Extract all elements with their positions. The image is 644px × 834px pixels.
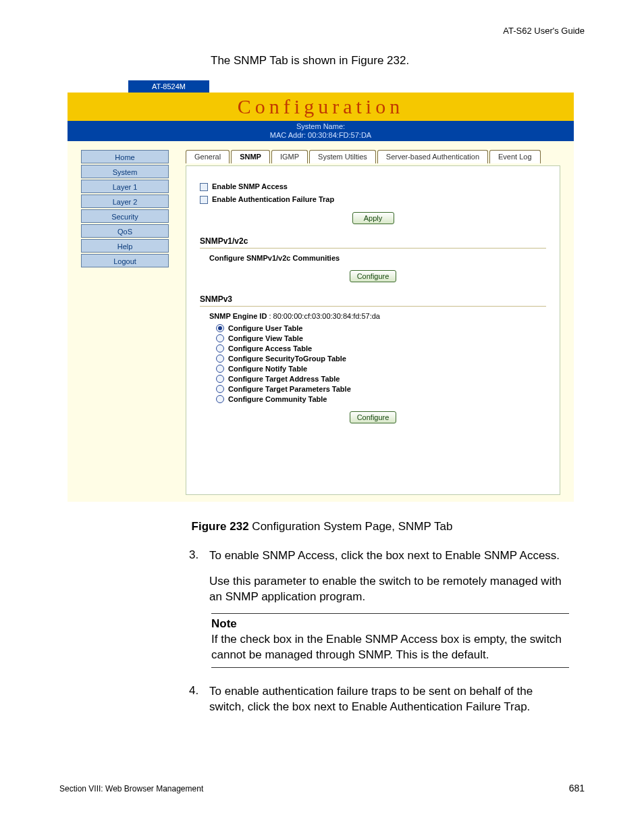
nav-layer1[interactable]: Layer 1 <box>81 180 169 193</box>
model-label: AT-8524M <box>128 80 209 93</box>
radio-icon[interactable] <box>216 324 224 332</box>
side-nav: Home System Layer 1 Layer 2 Security QoS… <box>81 150 169 269</box>
nav-logout[interactable]: Logout <box>81 254 169 267</box>
nav-security[interactable]: Security <box>81 209 169 223</box>
radio-icon[interactable] <box>216 334 224 342</box>
enable-auth-trap-label: Enable Authentication Failure Trap <box>212 195 334 203</box>
nav-system[interactable]: System <box>81 165 169 178</box>
figure-caption: Figure 232 Configuration System Page, SN… <box>0 520 644 533</box>
radio-icon[interactable] <box>216 375 224 383</box>
footer-page-number: 681 <box>569 783 585 793</box>
figure-text: Configuration System Page, SNMP Tab <box>249 520 453 533</box>
tab-system-utilities[interactable]: System Utilties <box>309 150 376 163</box>
enable-snmp-label: Enable SNMP Access <box>212 182 288 190</box>
radio-notify-table[interactable]: Configure Notify Table <box>216 365 546 373</box>
radio-icon[interactable] <box>216 365 224 373</box>
apply-button[interactable]: Apply <box>352 212 394 224</box>
page-title: Configuration <box>68 93 574 121</box>
radio-security-group[interactable]: Configure SecurityToGroup Table <box>216 355 546 363</box>
main-panel: Enable SNMP Access Enable Authentication… <box>186 165 560 495</box>
radio-label: Configure Access Table <box>228 344 312 353</box>
enable-snmp-row: Enable SNMP Access <box>200 182 546 191</box>
radio-label: Configure View Table <box>228 334 303 342</box>
enable-snmp-checkbox[interactable] <box>200 183 208 191</box>
embedded-screenshot: AT-8524M Configuration System Name: MAC … <box>68 78 574 502</box>
radio-label: Configure Community Table <box>228 395 327 403</box>
step4-number: 4. <box>189 684 198 698</box>
intro-text: The SNMP Tab is shown in Figure 232. <box>211 54 409 68</box>
mac-address-label: MAC Addr: 00:30:84:FD:57:DA <box>68 131 574 140</box>
snmpv1-sublabel: Configure SNMPv1/v2c Communities <box>209 254 546 262</box>
radio-user-table[interactable]: Configure User Table <box>216 324 546 332</box>
radio-icon[interactable] <box>216 395 224 403</box>
step4-text: To enable authentication failure traps t… <box>209 684 570 715</box>
system-name-label: System Name: <box>68 122 574 131</box>
step3-text1: To enable SNMP Access, click the box nex… <box>209 548 570 564</box>
configure-v3-button[interactable]: Configure <box>350 411 397 423</box>
apply-row: Apply <box>200 212 546 224</box>
configure-v3-row: Configure <box>200 411 546 423</box>
engine-id-value: : 80:00:00:cf:03:00:30:84:fd:57:da <box>267 312 380 320</box>
tab-server-auth[interactable]: Server-based Authentication <box>377 150 488 163</box>
tab-igmp[interactable]: IGMP <box>271 150 308 163</box>
figure-number: Figure 232 <box>192 520 249 533</box>
tab-event-log[interactable]: Event Log <box>489 150 541 163</box>
tab-strip: General SNMP IGMP System Utilties Server… <box>186 150 542 163</box>
radio-icon[interactable] <box>216 385 224 393</box>
radio-target-address[interactable]: Configure Target Address Table <box>216 375 546 383</box>
footer-section: Section VIII: Web Browser Management <box>59 784 203 793</box>
enable-auth-trap-checkbox[interactable] <box>200 196 208 204</box>
snmpv1-heading: SNMPv1/v2c <box>200 234 546 249</box>
radio-view-table[interactable]: Configure View Table <box>216 334 546 342</box>
note-label: Note <box>211 617 569 632</box>
radio-icon[interactable] <box>216 344 224 353</box>
tab-general[interactable]: General <box>186 150 230 163</box>
radio-access-table[interactable]: Configure Access Table <box>216 344 546 353</box>
enable-auth-trap-row: Enable Authentication Failure Trap <box>200 195 546 204</box>
radio-label: Configure Target Parameters Table <box>228 385 351 393</box>
radio-label: Configure SecurityToGroup Table <box>228 355 346 363</box>
system-info-bar: System Name: MAC Addr: 00:30:84:FD:57:DA <box>68 121 574 141</box>
step3-number: 3. <box>189 548 198 562</box>
radio-community-table[interactable]: Configure Community Table <box>216 395 546 403</box>
nav-help[interactable]: Help <box>81 239 169 253</box>
radio-label: Configure User Table <box>228 324 302 332</box>
configure-v1-row: Configure <box>200 270 546 282</box>
doc-header: AT-S62 User's Guide <box>503 26 585 36</box>
nav-layer2[interactable]: Layer 2 <box>81 194 169 208</box>
configure-v1-button[interactable]: Configure <box>350 270 397 282</box>
radio-label: Configure Notify Table <box>228 365 307 373</box>
nav-qos[interactable]: QoS <box>81 224 169 238</box>
radio-icon[interactable] <box>216 355 224 363</box>
radio-label: Configure Target Address Table <box>228 375 340 383</box>
tab-snmp[interactable]: SNMP <box>231 150 270 163</box>
note-block: Note If the check box in the Enable SNMP… <box>211 613 569 668</box>
radio-target-params[interactable]: Configure Target Parameters Table <box>216 385 546 393</box>
nav-home[interactable]: Home <box>81 150 169 163</box>
engine-id-row: SNMP Engine ID : 80:00:00:cf:03:00:30:84… <box>209 312 546 320</box>
snmpv3-heading: SNMPv3 <box>200 292 546 307</box>
note-text: If the check box in the Enable SNMP Acce… <box>211 632 569 663</box>
step3-text2: Use this parameter to enable the switch … <box>209 574 570 605</box>
engine-id-label: SNMP Engine ID <box>209 312 267 320</box>
